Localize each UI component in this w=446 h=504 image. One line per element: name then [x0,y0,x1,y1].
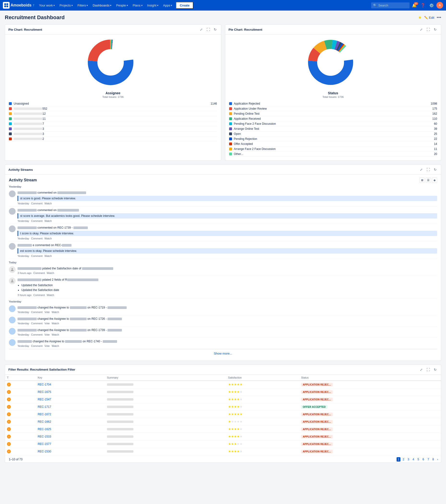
vote-link[interactable]: Vote [44,311,50,314]
page-3-button[interactable]: 3 [406,457,410,462]
pie-legend-row: Application Rejected1098 [229,101,437,106]
comment-link[interactable]: Comment [31,254,43,257]
activity-item: pdated the Satisfaction date of 3 hours … [9,265,437,276]
comment-link[interactable]: Comment [31,202,43,205]
issue-key-link[interactable]: REC-1662 [38,420,51,423]
comment-link[interactable]: Comment [31,237,43,240]
watch-link[interactable]: Watch [52,311,59,314]
comment-link[interactable]: Comment [31,344,43,347]
watch-link[interactable]: Watch [44,254,52,257]
nav-item-insight[interactable]: Insight ▾ [145,3,160,8]
pie-legend-row: Other...20 [229,152,437,157]
refresh-icon[interactable]: ↻ [433,167,438,172]
fullscreen-icon[interactable]: ⛶ [206,27,211,32]
svg-point-26 [12,279,13,281]
page-1-button[interactable]: 1 [397,457,401,462]
expand-icon[interactable]: ⤢ [419,167,424,172]
nav-item-plans[interactable]: Plans ▾ [131,3,144,8]
issue-key-link[interactable]: REC-1577 [38,442,51,446]
refresh-icon[interactable]: ↻ [213,27,218,32]
list-view-icon[interactable]: ☰ [426,178,431,183]
nav-item-apps[interactable]: Apps ▾ [161,3,174,8]
nav-item-people[interactable]: People ▾ [114,3,129,8]
comment-link[interactable]: Comment [31,311,43,314]
watch-link[interactable]: Watch [47,271,54,274]
page-content: Recruitment Dashboard ★ ✏️ Edit ••• Pie … [0,11,446,467]
nav-item-your-work[interactable]: Your work ▾ [37,3,57,8]
page-5-button[interactable]: 5 [416,457,420,462]
fullscreen-icon[interactable]: ⛶ [426,27,431,32]
page-7-button[interactable]: 7 [426,457,430,462]
issue-key-link[interactable]: REC-1530 [38,450,51,453]
issue-summary-blur [107,443,133,445]
pie-legend-color-swatch [9,122,12,125]
chevron-down-icon: ▾ [127,4,128,7]
issue-key-link[interactable]: REC-1675 [38,390,51,394]
comment-link[interactable]: Comment [33,271,45,274]
issue-key-link[interactable]: REC-1547 [38,398,51,401]
issue-summary-cell [105,396,226,403]
avatar[interactable]: A [436,2,443,9]
issue-key-link[interactable]: REC-1672 [38,413,51,416]
search-input[interactable] [371,2,410,8]
vote-link[interactable]: Vote [44,344,50,347]
expand-icon[interactable]: ⤢ [419,367,424,372]
grid-view-icon[interactable]: ⊞ [419,178,425,183]
nav-item-projects[interactable]: Projects ▾ [58,3,75,8]
issue-key-link[interactable]: REC-1533 [38,435,51,438]
activity-content: e commented on REC- est score is okay. P… [18,243,437,257]
comment-link[interactable]: Comment [31,219,43,222]
activity-actions: Yesterday Comment Watch [18,219,437,222]
rss-icon[interactable]: ◈ [432,178,437,183]
pie-legend-row: 2 [9,137,217,142]
watch-link[interactable]: Watch [47,294,54,296]
status-badge: APPLICATION REJEC... [301,420,333,424]
nav-logo[interactable]: Amoeboids7 [11,3,34,7]
create-button[interactable]: Create [176,2,193,9]
activity-actions: Yesterday Comment Vote Watch [18,344,437,347]
more-options-button[interactable]: ••• [437,15,441,20]
watch-link[interactable]: Watch [52,344,59,347]
nav-logo-icon[interactable] [3,2,10,9]
issue-key-link[interactable]: REC-1717 [38,405,51,409]
expand-icon[interactable]: ⤢ [419,27,424,32]
issue-key-cell: REC-1533 [36,433,105,440]
next-page-button[interactable]: › [436,457,439,462]
pie-legend-color-swatch [229,137,232,140]
activity-streams-header: Activity Streams ⤢ ⛶ ↻ [5,165,441,175]
issue-summary-blur [107,406,133,408]
star-button[interactable]: ★ [418,15,422,20]
vote-link[interactable]: Vote [44,322,50,325]
page-8-button[interactable]: 8 [431,457,435,462]
watch-link[interactable]: Watch [44,237,52,240]
fullscreen-icon[interactable]: ⛶ [426,367,431,372]
comment-link[interactable]: Comment [33,294,45,296]
watch-link[interactable]: Watch [52,322,59,325]
show-more-button[interactable]: Show more... [9,349,437,358]
comment-link[interactable]: Comment [31,322,43,325]
vote-link[interactable]: Vote [44,333,50,336]
watch-link[interactable]: Watch [44,219,52,222]
nav-item-filters[interactable]: Filters ▾ [76,3,90,8]
fullscreen-icon[interactable]: ⛶ [426,167,431,172]
activity-text: pdated the Satisfaction date of [18,266,437,270]
expand-icon[interactable]: ⤢ [199,27,204,32]
page-4-button[interactable]: 4 [411,457,415,462]
issue-key-link[interactable]: REC-1704 [38,383,51,386]
pie-legend-label: Unassigned [14,102,211,105]
nav-item-dashboards[interactable]: Dashboards ▾ [91,3,113,8]
refresh-icon[interactable]: ↻ [433,27,438,32]
page-6-button[interactable]: 6 [421,457,425,462]
issue-key-link[interactable]: REC-1625 [38,428,51,431]
activity-item: changed the Assignee to on REC-1740 - Ye… [9,338,437,349]
edit-button[interactable]: ✏️ Edit [424,16,434,19]
comment-link[interactable]: Comment [31,333,43,336]
watch-link[interactable]: Watch [44,202,52,205]
notifications-button[interactable]: 🔔 27 [410,2,418,9]
help-button[interactable]: ❓ [419,2,427,9]
watch-link[interactable]: Watch [52,333,59,336]
refresh-icon[interactable]: ↻ [433,367,438,372]
settings-button[interactable]: ⚙️ [428,2,435,9]
page-2-button[interactable]: 2 [401,457,406,462]
col-status: Status [299,375,441,381]
